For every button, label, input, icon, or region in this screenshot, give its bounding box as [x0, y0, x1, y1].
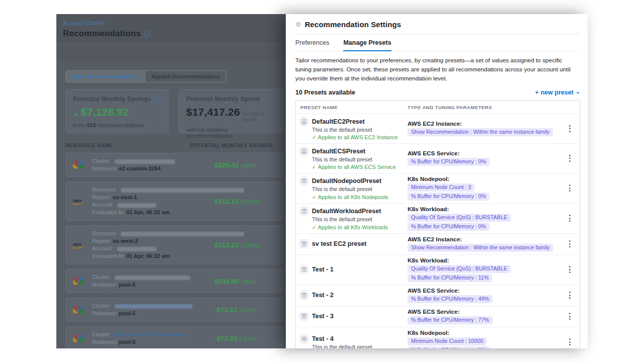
- recommendation-row[interactable]: Cluster: Nodepool: pool-5$234.90(96%): [65, 269, 283, 293]
- tab-applied-recommendations[interactable]: Applied Recommendations: [145, 71, 225, 82]
- preset-name: Test - 4: [312, 335, 372, 342]
- monthly-savings-header: POTENTIAL MONTHLY SAVINGS: [190, 143, 273, 148]
- drag-handle-icon[interactable]: [299, 146, 309, 156]
- resource-field-value: 01 Apr, 06:32 am: [126, 253, 170, 259]
- resource-field-label: Evaluated At:: [92, 209, 126, 215]
- drag-handle-icon[interactable]: [299, 206, 309, 216]
- check-icon: ✓: [312, 194, 316, 200]
- kebab-menu-button[interactable]: [563, 123, 576, 134]
- kebab-menu-button[interactable]: [563, 213, 576, 224]
- savings-value: $312.23: [214, 198, 239, 205]
- preset-name: Test - 3: [312, 313, 334, 320]
- savings-up-icon: ▲: [73, 111, 78, 117]
- aws-icon: aws: [72, 198, 85, 205]
- chevron-down-icon: ⌄: [576, 88, 580, 95]
- resource-field-value: 01 Apr, 06:32 am: [126, 209, 170, 215]
- page-title: Recommendations: [63, 29, 141, 39]
- recommendation-row[interactable]: Cluster: Nodepool: e2-custom-3264$229.42…: [65, 153, 283, 177]
- drag-handle-icon[interactable]: [299, 239, 309, 249]
- preset-type-label: K8s Workload:: [408, 257, 559, 264]
- tuning-pill: % Buffer for CPU/Memory : 0%: [408, 223, 490, 231]
- resource-savings: $312.23(100%): [214, 197, 260, 206]
- help-icon[interactable]: ?: [154, 96, 161, 103]
- kebab-menu-button[interactable]: [563, 153, 576, 164]
- drag-handle-icon[interactable]: [299, 264, 309, 275]
- savings-value: $234.90: [214, 278, 239, 285]
- recommendation-count: 433: [86, 122, 96, 128]
- preset-name: DefaultNodepoolPreset: [312, 177, 388, 185]
- resource-field-label: Account:: [92, 245, 115, 251]
- kebab-menu-button[interactable]: [563, 238, 576, 249]
- kebab-menu-button[interactable]: [563, 336, 576, 347]
- tuning-params-header: TYPE AND TUNING PARAMETERS: [408, 105, 559, 110]
- recommendations-content: Open Recommendations Applied Recommendat…: [56, 64, 286, 348]
- tuning-pill: Minimum Node Count : 3: [408, 184, 474, 192]
- kebab-menu-button[interactable]: [563, 183, 576, 194]
- kebab-menu-button[interactable]: [563, 290, 576, 301]
- resource-details: Cluster: Nodepool: pool-5: [92, 274, 190, 289]
- check-icon: ✓: [312, 224, 316, 230]
- kebab-menu-button[interactable]: [563, 264, 576, 275]
- tuning-pill: % Buffer for CPU/Memory : 77%: [408, 316, 493, 324]
- preset-rows: DefaultEC2PresetThis is the default pres…: [296, 114, 580, 348]
- tab-preferences[interactable]: Preferences: [295, 39, 329, 51]
- preset-row: DefaultEC2PresetThis is the default pres…: [296, 114, 580, 143]
- preset-type-label: AWS ECS Service:: [408, 309, 559, 315]
- recommendation-row[interactable]: Cluster: cdConnector965CostaccessNodepoo…: [65, 326, 283, 348]
- preset-name: Test - 1: [312, 266, 334, 273]
- drag-handle-icon[interactable]: [299, 334, 309, 344]
- check-icon: ✓: [312, 134, 316, 140]
- settings-tabs: Preferences Manage Presets: [295, 34, 581, 51]
- recommendation-row[interactable]: awsResource: Region: us-east-1Account: E…: [65, 182, 283, 221]
- drag-handle-icon[interactable]: [299, 176, 309, 186]
- spend-amount: $17,417.26: [186, 106, 240, 118]
- recommendation-settings-panel: ⚙ Recommendation Settings Preferences Ma…: [286, 14, 588, 348]
- resource-field-label: Region:: [92, 238, 113, 244]
- resource-field-label: Nodepool:: [92, 282, 119, 288]
- tuning-pill: % Buffer for CPU/Memory : 0%: [408, 193, 490, 201]
- potential-savings-card: Potential Monthly Savings ? ▲ $7,128.92 …: [65, 89, 169, 133]
- kebab-menu-button[interactable]: [563, 311, 576, 322]
- resource-savings: $312.23(100%): [214, 240, 260, 249]
- savings-value: $229.42: [214, 161, 239, 169]
- resource-field-value: us-west-2: [113, 238, 138, 244]
- cluster-link[interactable]: cdConnector965Costaccess: [113, 331, 187, 337]
- drag-handle-icon[interactable]: [299, 290, 309, 300]
- resource-field-label: Resource:: [92, 187, 119, 193]
- new-preset-button[interactable]: + new preset ⌄: [535, 89, 580, 96]
- preset-description: This is the default preset: [312, 186, 388, 193]
- tuning-pill: Quality Of Service (QoS) : BURSTABLE: [408, 214, 511, 222]
- potential-spend-card: Potential Monthly Spend $17,417.26 by en…: [179, 89, 283, 133]
- preset-row: sv test EC2 presetAWS EC2 Instance:Show …: [296, 233, 580, 254]
- gcp-cloud-icon: [72, 334, 85, 343]
- tuning-pill: Quality Of Service (QoS) : BURSTABLE: [408, 265, 511, 273]
- preset-type-label: K8s Nodepool:: [408, 330, 559, 336]
- account-link[interactable]: Account: CCM-NG: [63, 21, 105, 26]
- resource-details: Cluster: Nodepool: pool-5: [92, 302, 193, 317]
- tuning-pill: Show Recommendation : Within the same in…: [408, 128, 553, 136]
- gcp-cloud-icon: [72, 160, 85, 169]
- recommendation-row[interactable]: awsResource: Region: us-west-2Account: E…: [65, 225, 283, 264]
- tuning-pill: % Buffer for CPU/Memory : 11%: [408, 274, 492, 282]
- info-icon[interactable]: i: [144, 31, 150, 37]
- drag-handle-icon[interactable]: [299, 311, 309, 321]
- resource-savings: $234.90(96%): [214, 277, 257, 286]
- resource-field-label: Account:: [92, 202, 115, 208]
- savings-percent: (-20%): [239, 336, 257, 342]
- applies-to-text: ✓Applies to all K8s Workloads: [312, 224, 388, 231]
- resource-field-label: Cluster:: [92, 158, 113, 164]
- preset-name: DefaultWorkloadPreset: [312, 208, 388, 215]
- resource-field-value: e2-custom-3264: [119, 165, 160, 171]
- resource-savings: -$73.22(-20%): [214, 305, 257, 314]
- tuning-pill: Minimum Node Count : 10000: [408, 337, 487, 345]
- redacted-text: [117, 247, 156, 251]
- spend-amount-suffix: by end of month: [243, 111, 275, 123]
- svg-text:aws: aws: [73, 242, 82, 247]
- preset-row: DefaultWorkloadPresetThis is the default…: [296, 203, 580, 233]
- tab-manage-presets[interactable]: Manage Presets: [343, 39, 391, 51]
- svg-text:aws: aws: [73, 198, 82, 203]
- resource-field-label: Evaluated At:: [92, 253, 126, 259]
- tab-open-recommendations[interactable]: Open Recommendations: [66, 71, 145, 82]
- drag-handle-icon[interactable]: [299, 117, 309, 127]
- recommendation-row[interactable]: Cluster: Nodepool: pool-5-$73.22(-20%): [65, 298, 283, 322]
